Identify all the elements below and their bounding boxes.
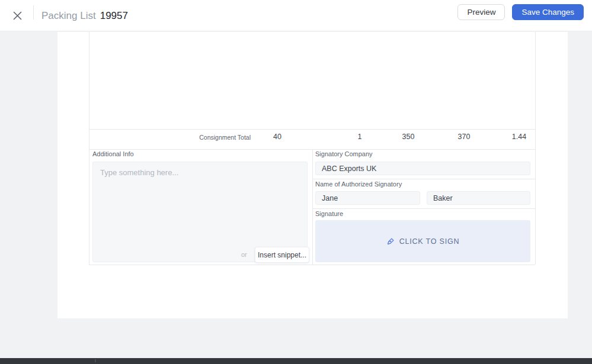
consignment-total-net-weight: 350: [402, 133, 415, 141]
click-to-sign-label: CLICK TO SIGN: [399, 237, 460, 246]
signatory-first-name-input[interactable]: [315, 191, 420, 205]
doc-type-label: Packing List: [41, 10, 96, 22]
sections-vertical-divider: [312, 149, 313, 265]
totals-row-top-border: [89, 129, 535, 130]
consignment-total-packages: 1: [358, 133, 362, 141]
or-label: or: [241, 251, 247, 258]
signatory-last-name-input[interactable]: [427, 191, 530, 205]
header: Packing List 19957 Preview Save Changes: [0, 0, 592, 31]
sections-bottom-border: [89, 265, 535, 265]
pen-nib-icon: [386, 237, 395, 246]
signatory-divider-1: [312, 179, 535, 179]
signatory-divider-2: [312, 208, 535, 209]
insert-snippet-button[interactable]: Insert snippet...: [255, 247, 309, 263]
header-actions: Preview Save Changes: [457, 4, 584, 20]
preview-button[interactable]: Preview: [457, 4, 505, 20]
doc-number: 19957: [100, 10, 128, 22]
close-button[interactable]: [7, 5, 27, 25]
click-to-sign-area[interactable]: CLICK TO SIGN: [315, 220, 530, 262]
bottom-taskbar: [0, 358, 592, 364]
document-card: Consignment Total 40 1 350 370 1.44 Addi…: [57, 32, 568, 318]
authorized-signatory-label: Name of Authorized Signatory: [315, 181, 402, 188]
items-table-empty-area: [89, 32, 535, 129]
taskbar-divider: [95, 359, 96, 362]
signature-label: Signature: [315, 210, 343, 217]
save-changes-button[interactable]: Save Changes: [512, 4, 584, 20]
additional-info-label: Additional Info: [92, 150, 134, 157]
consignment-total-volume: 1.44: [512, 133, 526, 141]
signatory-company-label: Signatory Company: [315, 150, 373, 157]
table-right-border: [535, 32, 536, 265]
consignment-total-qty: 40: [273, 133, 281, 141]
page-title: Packing List 19957: [41, 0, 128, 31]
consignment-total-gross-weight: 370: [458, 133, 471, 141]
header-divider: [33, 5, 34, 20]
close-icon: [13, 11, 22, 20]
consignment-total-label: Consignment Total: [199, 134, 251, 141]
signatory-company-input[interactable]: [315, 162, 530, 175]
